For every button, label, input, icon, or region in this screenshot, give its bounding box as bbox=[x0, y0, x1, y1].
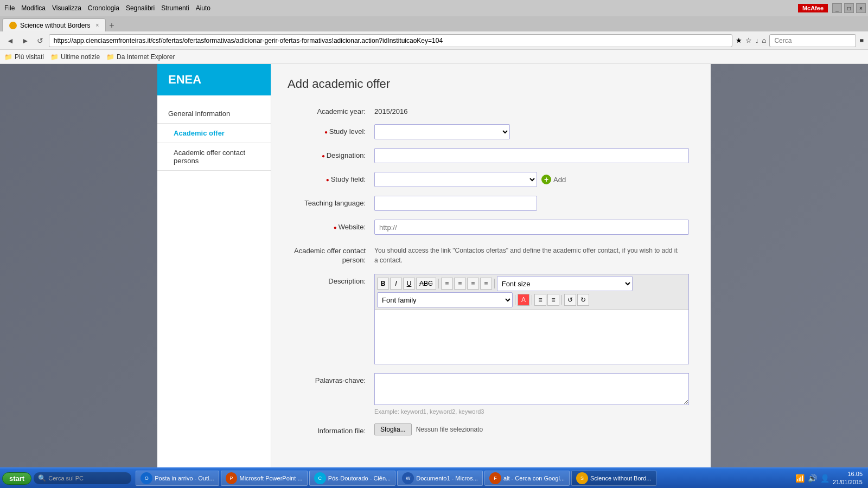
add-label: Add bbox=[553, 176, 566, 184]
bookmark-star[interactable]: ★ bbox=[736, 36, 742, 44]
study-field-row: Study field: + Add bbox=[288, 172, 694, 187]
study-level-select[interactable] bbox=[374, 124, 510, 139]
url-input[interactable] bbox=[49, 34, 732, 47]
menu-file[interactable]: File bbox=[4, 4, 15, 12]
taskbar-label-1: Posta in arrivo - Outl... bbox=[155, 475, 214, 481]
tab-close-btn[interactable]: × bbox=[95, 22, 99, 28]
home-btn[interactable]: ⌂ bbox=[762, 36, 767, 44]
taskbar-right: 📶 🔊 👤 16.05 21/01/2015 bbox=[795, 470, 866, 487]
clock-time: 16.05 bbox=[833, 470, 863, 478]
menu-cronologia[interactable]: Cronologia bbox=[88, 4, 119, 12]
start-button[interactable]: start bbox=[2, 472, 31, 485]
rte-ordered-list-btn[interactable]: ≡ bbox=[547, 294, 559, 306]
designation-row: Designation: bbox=[288, 148, 694, 163]
rte-color-btn[interactable]: A bbox=[518, 294, 529, 306]
taskbar-item-6[interactable]: S Science without Bord... bbox=[571, 471, 656, 486]
win-minimize[interactable]: _ bbox=[832, 3, 842, 13]
taskbar-label-6: Science without Bord... bbox=[590, 475, 652, 481]
rte-underline-btn[interactable]: U bbox=[403, 278, 415, 290]
rte-divider-1 bbox=[438, 279, 439, 288]
rte-align-center-btn[interactable]: ≡ bbox=[454, 278, 466, 290]
sidebar-nav: General information Academic offer Acade… bbox=[157, 100, 271, 175]
menu-modifica[interactable]: Modifica bbox=[21, 4, 46, 12]
bookmark-da-ie[interactable]: 📁 Da Internet Explorer bbox=[106, 53, 175, 61]
rte-divider-4 bbox=[532, 295, 532, 305]
rte-undo-btn[interactable]: ↺ bbox=[564, 294, 576, 306]
add-study-field-button[interactable]: + Add bbox=[541, 175, 566, 184]
reload-button[interactable]: ↺ bbox=[35, 35, 46, 46]
system-clock: 16.05 21/01/2015 bbox=[833, 470, 863, 487]
taskbar-item-2[interactable]: P Microsoft PowerPoint ... bbox=[221, 471, 308, 486]
main-form-area: Add academic offer Academic year: 2015/2… bbox=[271, 64, 711, 467]
bookmarks-bar: 📁 Più visitati 📁 Ultime notizie 📁 Da Int… bbox=[0, 50, 868, 64]
rte-italic-btn[interactable]: I bbox=[390, 278, 402, 290]
academic-year-row: Academic year: 2015/2016 bbox=[288, 104, 694, 115]
rte-font-size-select[interactable]: Font size bbox=[497, 276, 633, 291]
browse-button[interactable]: Sfoglia... bbox=[374, 423, 412, 435]
rte-justify-btn[interactable]: ≡ bbox=[480, 278, 492, 290]
study-field-select[interactable] bbox=[374, 172, 537, 187]
website-input[interactable] bbox=[374, 220, 689, 235]
keywords-hint: Example: keyword1, keyword2, keyword3 bbox=[374, 408, 689, 415]
taskbar-item-5[interactable]: F alt - Cerca con Googl... bbox=[484, 471, 570, 486]
download-btn[interactable]: ↓ bbox=[755, 36, 759, 44]
page-title: Add academic offer bbox=[288, 77, 694, 91]
rte-redo-btn[interactable]: ↻ bbox=[577, 294, 589, 306]
taskbar-item-1[interactable]: O Posta in arrivo - Outl... bbox=[136, 471, 219, 486]
rte-list-btn[interactable]: ≡ bbox=[534, 294, 546, 306]
win-close[interactable]: × bbox=[856, 3, 866, 13]
study-level-label: Study level: bbox=[288, 124, 374, 136]
rte-container: B I U ABC ≡ ≡ ≡ ≡ bbox=[374, 274, 689, 364]
keywords-label: Palavras-chave: bbox=[288, 373, 374, 384]
rte-divider-2 bbox=[494, 279, 495, 288]
taskbar-network-icon: 📶 bbox=[795, 474, 805, 483]
contact-person-label: Academic offer contactperson: bbox=[288, 243, 374, 265]
taskbar-item-3[interactable]: C Pós-Doutorado - Ciên... bbox=[309, 471, 396, 486]
search-icon: 🔍 bbox=[38, 474, 46, 482]
nav-general-information[interactable]: General information bbox=[157, 104, 271, 124]
menu-btn[interactable]: ≡ bbox=[859, 36, 864, 44]
teaching-language-row: Teaching language: bbox=[288, 196, 694, 211]
bookmark-piu-visitati[interactable]: 📁 Più visitati bbox=[4, 53, 44, 61]
reader-view[interactable]: ☆ bbox=[745, 36, 752, 44]
description-row: Description: B I U ABC ≡ bbox=[288, 274, 694, 364]
page-wrapper: ENEA General information Academic offer … bbox=[157, 64, 711, 467]
rte-body[interactable] bbox=[375, 310, 688, 364]
nav-academic-offer[interactable]: Academic offer bbox=[157, 124, 271, 143]
new-tab-button[interactable]: + bbox=[106, 20, 117, 31]
layout: ENEA General information Academic offer … bbox=[157, 64, 711, 467]
forward-button[interactable]: ► bbox=[20, 35, 31, 46]
org-name: ENEA bbox=[157, 64, 271, 95]
taskbar-icon-4: W bbox=[402, 472, 414, 484]
menu-segnalibri[interactable]: Segnalibri bbox=[126, 4, 155, 12]
taskbar: start 🔍 Cerca sul PC O Posta in arrivo -… bbox=[0, 467, 868, 488]
address-bar: ◄ ► ↺ ★ ☆ ↓ ⌂ ≡ bbox=[0, 31, 868, 50]
browser-search-input[interactable] bbox=[769, 34, 856, 47]
menu-aiuto[interactable]: Aiuto bbox=[196, 4, 210, 12]
back-button[interactable]: ◄ bbox=[4, 35, 16, 46]
bookmark-icon-2: 📁 bbox=[50, 53, 59, 61]
rte-align-right-btn[interactable]: ≡ bbox=[467, 278, 479, 290]
rte-align-left-btn[interactable]: ≡ bbox=[441, 278, 453, 290]
bookmark-ultime-notizie[interactable]: 📁 Ultime notizie bbox=[50, 53, 100, 61]
taskbar-search-bar[interactable]: 🔍 Cerca sul PC bbox=[34, 472, 131, 484]
rte-divider-3 bbox=[515, 295, 515, 305]
rte-font-family-select[interactable]: Font family bbox=[377, 292, 513, 307]
menu-strumenti[interactable]: Strumenti bbox=[161, 4, 189, 12]
keywords-input[interactable] bbox=[374, 373, 689, 405]
file-name-display: Nessun file selezionato bbox=[416, 426, 483, 433]
website-row: Website: bbox=[288, 220, 694, 235]
designation-input[interactable] bbox=[374, 148, 689, 163]
teaching-language-input[interactable] bbox=[374, 196, 537, 211]
taskbar-speaker-icon: 🔊 bbox=[808, 474, 817, 483]
website-label: Website: bbox=[288, 220, 374, 231]
rte-bold-btn[interactable]: B bbox=[377, 278, 389, 290]
info-file-label: Information file: bbox=[288, 423, 374, 435]
rte-strikethrough-btn[interactable]: ABC bbox=[416, 278, 436, 290]
taskbar-icon-6: S bbox=[576, 472, 588, 484]
menu-visualizza[interactable]: Visualizza bbox=[52, 4, 81, 12]
browser-tab[interactable]: Science without Borders × bbox=[2, 18, 106, 31]
win-maximize[interactable]: □ bbox=[844, 3, 854, 13]
taskbar-item-4[interactable]: W Documento1 - Micros... bbox=[397, 471, 483, 486]
nav-contact-persons[interactable]: Academic offer contact persons bbox=[157, 143, 271, 171]
